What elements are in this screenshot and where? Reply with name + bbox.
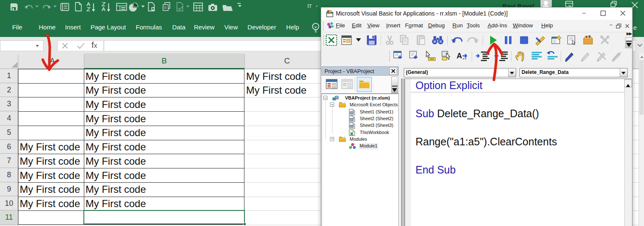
svg-text:A: A xyxy=(457,52,462,60)
